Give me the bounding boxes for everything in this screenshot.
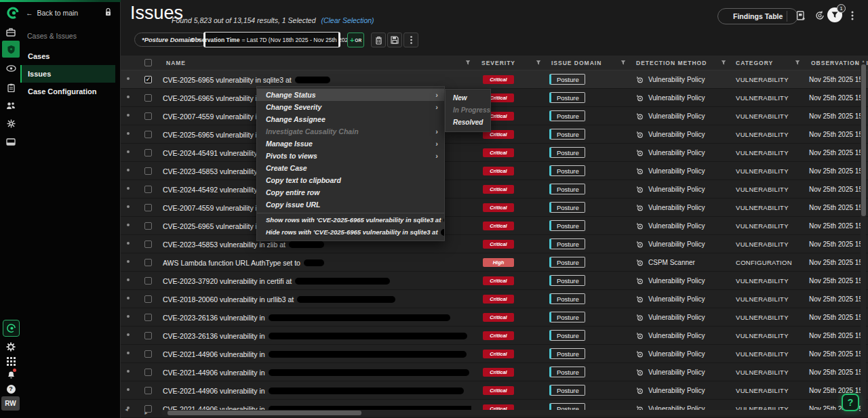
table-row[interactable]: ✓ CVE-2021-44906 vulnerability in Critic… [121, 381, 868, 400]
context-menu-item[interactable]: Investigate Causality Chain › [257, 125, 444, 138]
row-checkbox[interactable]: ✓ [144, 332, 152, 339]
pin-sidebar-icon[interactable] [105, 8, 111, 16]
observation-time-filter-chip[interactable]: Observation Time = Last 7D (Nov 18th 202… [203, 32, 340, 47]
audit-clipboard-rail-icon[interactable] [5, 81, 17, 93]
row-checkbox[interactable]: ✓ [144, 76, 152, 83]
table-row[interactable]: ✓ CVE-2025-6965 vulnerability in sqlite … [121, 217, 868, 235]
context-menu-item[interactable]: Manage Issue › [257, 138, 444, 150]
scroll-right-arrow-icon[interactable]: ► [144, 411, 149, 415]
issue-domain-tag: Posture [549, 293, 585, 304]
apps-grid-icon[interactable] [5, 355, 17, 367]
detection-method-filter-funnel-icon[interactable] [721, 60, 726, 66]
issue-domain-tag: Posture [549, 165, 585, 176]
automation-spark-rail-icon[interactable] [5, 117, 17, 129]
vertical-scrollbar-thumb[interactable] [861, 64, 866, 216]
issues-rail-icon-active[interactable] [2, 41, 20, 58]
sidebar-nav-item[interactable]: Cases [20, 47, 115, 65]
row-checkbox[interactable]: ✓ [144, 204, 152, 211]
row-checkbox[interactable]: ✓ [144, 369, 152, 376]
table-row[interactable]: ✓ CVE-2025-6965 vulnerability in sqlite … [121, 89, 868, 107]
row-status-dot-icon [127, 297, 130, 299]
cases-rail-icon[interactable] [5, 26, 17, 38]
table-row[interactable]: ✓ CVE-2024-45491 vulnerability in expa C… [121, 144, 868, 162]
sidebar-nav-item[interactable]: Case Configuration [20, 83, 115, 100]
context-menu-item[interactable]: Pivots to views › [257, 150, 444, 162]
row-checkbox[interactable]: ✓ [144, 259, 152, 266]
severity-filter-funnel-icon[interactable] [536, 60, 541, 66]
table-row[interactable]: ✓ CVE-2025-6965 vulnerability in sqlite … [121, 125, 868, 144]
assets-card-rail-icon[interactable] [5, 135, 17, 148]
table-row[interactable]: ✓ CVE-2007-4559 vulnerability in pytho C… [121, 107, 868, 125]
help-icon[interactable]: ? [5, 383, 17, 395]
scroll-up-arrow-icon[interactable]: ▲ [861, 59, 866, 63]
table-row[interactable]: ✓ CVE-2023-37920 vulnerability in certif… [121, 272, 868, 290]
table-row[interactable]: ✓ CVE-2021-44906 vulnerability in Critic… [121, 345, 868, 363]
detection-method-icon [636, 332, 644, 339]
context-menu-item[interactable]: Create Case › [257, 162, 444, 174]
context-menu-item[interactable]: Copy issue URL › [257, 198, 444, 211]
row-checkbox[interactable]: ✓ [144, 94, 152, 102]
category-cell: VULNERABILITY [736, 327, 789, 345]
sidebar-nav-item[interactable]: Issues [20, 65, 115, 83]
save-filter-button[interactable] [387, 33, 402, 47]
table-row[interactable]: ✓ CVE-2023-45853 vulnerability in zlib C… [121, 162, 868, 180]
submenu-item[interactable]: In Progress [446, 104, 490, 117]
row-checkbox[interactable]: ✓ [144, 295, 152, 303]
issue-domain-filter-funnel-icon[interactable] [620, 60, 626, 66]
table-row[interactable]: ✓ CVE-2025-6965 vulnerability in sqlite3… [121, 70, 868, 89]
category-filter-funnel-icon[interactable] [795, 60, 800, 66]
row-checkbox[interactable]: ✓ [144, 149, 152, 156]
row-checkbox[interactable]: ✓ [144, 167, 152, 175]
filter-kebab-menu-button[interactable] [403, 33, 418, 47]
row-checkbox[interactable]: ✓ [144, 131, 152, 138]
context-menu-item[interactable]: Show rows with 'CVE-2025-6965 vulnerabil… [257, 213, 444, 226]
scroll-left-arrow-icon[interactable]: ◄ [124, 407, 129, 412]
table-row[interactable]: ✓ CVE-2018-20060 vulnerability in urllib… [121, 290, 868, 308]
user-avatar[interactable]: RW [1, 396, 20, 411]
users-rail-icon[interactable] [5, 100, 17, 112]
context-menu-item[interactable]: Copy text to clipboard › [257, 174, 444, 186]
table-row[interactable]: ✓ AWS Lambda function URL AuthType set t… [121, 253, 868, 272]
table-row[interactable]: ✓ CVE-2023-26136 vulnerability in Critic… [121, 308, 868, 327]
visibility-eye-rail-icon[interactable] [5, 62, 17, 75]
submenu-item[interactable]: Resolved [446, 117, 490, 129]
row-checkbox[interactable]: ✓ [144, 241, 152, 248]
sort-descending-icon[interactable]: ↓ [854, 58, 858, 66]
row-checkbox[interactable]: ✓ [144, 314, 152, 321]
submenu-item[interactable]: New [446, 92, 490, 104]
header-kebab-menu-icon[interactable] [846, 9, 859, 22]
clear-selection-link[interactable]: (Clear Selection) [321, 16, 374, 24]
observation-time-cell: Nov 25th 2025 15:3 [809, 162, 861, 180]
table-row[interactable]: ✓ CVE-2007-4559 vulnerability in pytho C… [121, 198, 868, 217]
select-all-checkbox[interactable] [144, 59, 152, 66]
context-menu-item[interactable]: Change Assignee › [257, 113, 444, 125]
posture-target-icon[interactable] [3, 320, 20, 337]
settings-gear-icon[interactable] [5, 341, 17, 353]
name-filter-funnel-icon[interactable] [465, 60, 471, 66]
detection-method-cell: CSPM Scanner [636, 253, 695, 272]
issue-domain-tag: Posture [549, 220, 585, 231]
row-checkbox[interactable]: ✓ [144, 186, 152, 193]
help-fab-button[interactable]: ? [842, 394, 859, 411]
horizontal-scrollbar-thumb[interactable] [167, 411, 361, 415]
row-checkbox[interactable]: ✓ [144, 112, 152, 120]
table-row[interactable]: ✓ CVE-2023-26136 vulnerability in Critic… [121, 327, 868, 345]
notifications-bell-icon[interactable] [5, 369, 17, 381]
table-row[interactable]: ✓ CVE-2021-44906 vulnerability in Critic… [121, 363, 868, 381]
row-checkbox[interactable]: ✓ [144, 387, 152, 394]
table-row[interactable]: ✓ CVE-2024-45492 vulnerability in expa C… [121, 180, 868, 198]
context-menu-item[interactable]: Change Status › [257, 89, 444, 101]
row-checkbox[interactable]: ✓ [144, 222, 152, 230]
row-checkbox[interactable]: ✓ [144, 277, 152, 285]
export-report-icon[interactable] [795, 9, 807, 22]
context-menu-item[interactable]: Copy entire row › [257, 186, 444, 198]
back-to-main-link[interactable]: ←Back to main [26, 9, 78, 17]
detection-method-text: Vulnerability Policy [648, 167, 705, 175]
add-or-filter-button[interactable]: + OR [347, 33, 364, 47]
delete-filter-button[interactable] [371, 33, 386, 47]
context-menu-item[interactable]: Hide rows with 'CVE-2025-6965 vulnerabil… [257, 226, 444, 238]
row-checkbox[interactable]: ✓ [144, 350, 152, 358]
table-row[interactable]: ✓ CVE-2023-45853 vulnerability in zlib a… [121, 235, 868, 253]
context-menu-item[interactable]: Change Severity › [257, 101, 444, 113]
refresh-icon[interactable] [814, 9, 826, 22]
